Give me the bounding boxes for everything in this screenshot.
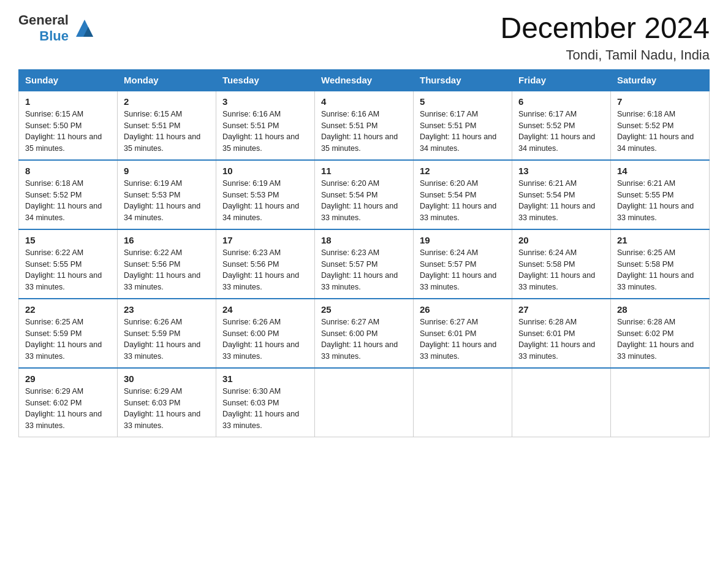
calendar-cell: 7 Sunrise: 6:18 AMSunset: 5:52 PMDayligh…: [611, 91, 710, 160]
calendar-cell: 11 Sunrise: 6:20 AMSunset: 5:54 PMDaylig…: [315, 160, 414, 229]
day-number: 15: [25, 235, 111, 245]
day-number: 27: [518, 304, 604, 315]
header-monday: Monday: [118, 69, 216, 91]
calendar-cell: 19 Sunrise: 6:24 AMSunset: 5:57 PMDaylig…: [414, 229, 512, 299]
calendar-cell: [512, 368, 611, 437]
calendar-cell: 18 Sunrise: 6:23 AMSunset: 5:57 PMDaylig…: [315, 229, 414, 299]
day-info: Sunrise: 6:26 AMSunset: 6:00 PMDaylight:…: [222, 318, 299, 361]
day-info: Sunrise: 6:24 AMSunset: 5:58 PMDaylight:…: [518, 248, 595, 291]
day-info: Sunrise: 6:18 AMSunset: 5:52 PMDaylight:…: [617, 110, 694, 153]
calendar-cell: 17 Sunrise: 6:23 AMSunset: 5:56 PMDaylig…: [216, 229, 315, 299]
calendar-cell: 22 Sunrise: 6:25 AMSunset: 5:59 PMDaylig…: [19, 299, 118, 368]
day-number: 23: [124, 304, 210, 315]
day-number: 12: [420, 166, 506, 176]
logo-icon: [74, 17, 96, 39]
day-info: Sunrise: 6:15 AMSunset: 5:51 PMDaylight:…: [124, 110, 200, 153]
logo: General Blue: [18, 12, 96, 44]
calendar-body: 1 Sunrise: 6:15 AMSunset: 5:50 PMDayligh…: [19, 91, 710, 437]
day-info: Sunrise: 6:16 AMSunset: 5:51 PMDaylight:…: [321, 110, 398, 153]
day-info: Sunrise: 6:23 AMSunset: 5:56 PMDaylight:…: [222, 248, 299, 291]
day-info: Sunrise: 6:29 AMSunset: 6:03 PMDaylight:…: [124, 387, 200, 430]
day-number: 3: [222, 96, 308, 107]
calendar-cell: 4 Sunrise: 6:16 AMSunset: 5:51 PMDayligh…: [315, 91, 414, 160]
page-header: General Blue December 2024 Tondi, Tamil …: [18, 12, 710, 63]
day-number: 28: [617, 304, 703, 315]
header-row: Sunday Monday Tuesday Wednesday Thursday…: [19, 69, 710, 91]
day-number: 2: [124, 96, 210, 107]
calendar-cell: [315, 368, 414, 437]
calendar-cell: 10 Sunrise: 6:19 AMSunset: 5:53 PMDaylig…: [216, 160, 315, 229]
calendar-cell: 26 Sunrise: 6:27 AMSunset: 6:01 PMDaylig…: [414, 299, 512, 368]
day-info: Sunrise: 6:22 AMSunset: 5:55 PMDaylight:…: [25, 248, 102, 291]
day-info: Sunrise: 6:20 AMSunset: 5:54 PMDaylight:…: [420, 179, 496, 222]
day-number: 10: [222, 166, 308, 176]
day-number: 4: [321, 96, 407, 107]
header-thursday: Thursday: [414, 69, 512, 91]
day-number: 30: [124, 373, 210, 384]
day-info: Sunrise: 6:29 AMSunset: 6:02 PMDaylight:…: [25, 387, 102, 430]
day-info: Sunrise: 6:17 AMSunset: 5:51 PMDaylight:…: [420, 110, 496, 153]
calendar-cell: 27 Sunrise: 6:28 AMSunset: 6:01 PMDaylig…: [512, 299, 611, 368]
day-info: Sunrise: 6:21 AMSunset: 5:55 PMDaylight:…: [617, 179, 694, 222]
day-info: Sunrise: 6:28 AMSunset: 6:02 PMDaylight:…: [617, 318, 694, 361]
calendar-cell: 5 Sunrise: 6:17 AMSunset: 5:51 PMDayligh…: [414, 91, 512, 160]
header-friday: Friday: [512, 69, 611, 91]
calendar-cell: 6 Sunrise: 6:17 AMSunset: 5:52 PMDayligh…: [512, 91, 611, 160]
calendar-cell: 13 Sunrise: 6:21 AMSunset: 5:54 PMDaylig…: [512, 160, 611, 229]
day-number: 9: [124, 166, 210, 176]
day-info: Sunrise: 6:27 AMSunset: 6:00 PMDaylight:…: [321, 318, 398, 361]
month-title: December 2024: [500, 12, 710, 45]
calendar-week-row: 29 Sunrise: 6:29 AMSunset: 6:02 PMDaylig…: [19, 368, 710, 437]
calendar-cell: 8 Sunrise: 6:18 AMSunset: 5:52 PMDayligh…: [19, 160, 118, 229]
day-info: Sunrise: 6:23 AMSunset: 5:57 PMDaylight:…: [321, 248, 398, 291]
day-number: 24: [222, 304, 308, 315]
day-number: 8: [25, 166, 111, 176]
day-info: Sunrise: 6:16 AMSunset: 5:51 PMDaylight:…: [222, 110, 299, 153]
header-sunday: Sunday: [19, 69, 118, 91]
day-info: Sunrise: 6:27 AMSunset: 6:01 PMDaylight:…: [420, 318, 496, 361]
calendar-cell: 20 Sunrise: 6:24 AMSunset: 5:58 PMDaylig…: [512, 229, 611, 299]
calendar-cell: 28 Sunrise: 6:28 AMSunset: 6:02 PMDaylig…: [611, 299, 710, 368]
calendar-table: Sunday Monday Tuesday Wednesday Thursday…: [18, 69, 710, 437]
calendar-header: Sunday Monday Tuesday Wednesday Thursday…: [19, 69, 710, 91]
day-info: Sunrise: 6:21 AMSunset: 5:54 PMDaylight:…: [518, 179, 595, 222]
calendar-cell: 25 Sunrise: 6:27 AMSunset: 6:00 PMDaylig…: [315, 299, 414, 368]
calendar-week-row: 1 Sunrise: 6:15 AMSunset: 5:50 PMDayligh…: [19, 91, 710, 160]
day-number: 19: [420, 235, 506, 245]
calendar-cell: 24 Sunrise: 6:26 AMSunset: 6:00 PMDaylig…: [216, 299, 315, 368]
calendar-cell: 23 Sunrise: 6:26 AMSunset: 5:59 PMDaylig…: [118, 299, 216, 368]
day-number: 26: [420, 304, 506, 315]
day-info: Sunrise: 6:28 AMSunset: 6:01 PMDaylight:…: [518, 318, 595, 361]
day-number: 18: [321, 235, 407, 245]
calendar-cell: 16 Sunrise: 6:22 AMSunset: 5:56 PMDaylig…: [118, 229, 216, 299]
day-info: Sunrise: 6:25 AMSunset: 5:59 PMDaylight:…: [25, 318, 102, 361]
calendar-cell: [611, 368, 710, 437]
day-info: Sunrise: 6:26 AMSunset: 5:59 PMDaylight:…: [124, 318, 200, 361]
day-number: 21: [617, 235, 703, 245]
calendar-cell: 3 Sunrise: 6:16 AMSunset: 5:51 PMDayligh…: [216, 91, 315, 160]
calendar-cell: 12 Sunrise: 6:20 AMSunset: 5:54 PMDaylig…: [414, 160, 512, 229]
day-number: 1: [25, 96, 111, 107]
day-info: Sunrise: 6:25 AMSunset: 5:58 PMDaylight:…: [617, 248, 694, 291]
calendar-week-row: 22 Sunrise: 6:25 AMSunset: 5:59 PMDaylig…: [19, 299, 710, 368]
calendar-cell: 9 Sunrise: 6:19 AMSunset: 5:53 PMDayligh…: [118, 160, 216, 229]
header-wednesday: Wednesday: [315, 69, 414, 91]
header-tuesday: Tuesday: [216, 69, 315, 91]
logo-general-text: General: [18, 12, 69, 28]
day-number: 31: [222, 373, 308, 384]
day-info: Sunrise: 6:15 AMSunset: 5:50 PMDaylight:…: [25, 110, 102, 153]
calendar-cell: 14 Sunrise: 6:21 AMSunset: 5:55 PMDaylig…: [611, 160, 710, 229]
day-info: Sunrise: 6:20 AMSunset: 5:54 PMDaylight:…: [321, 179, 398, 222]
day-number: 29: [25, 373, 111, 384]
day-number: 6: [518, 96, 604, 107]
day-info: Sunrise: 6:18 AMSunset: 5:52 PMDaylight:…: [25, 179, 102, 222]
day-number: 14: [617, 166, 703, 176]
day-number: 20: [518, 235, 604, 245]
location-subtitle: Tondi, Tamil Nadu, India: [500, 47, 710, 63]
day-number: 16: [124, 235, 210, 245]
header-saturday: Saturday: [611, 69, 710, 91]
day-number: 5: [420, 96, 506, 107]
calendar-cell: [414, 368, 512, 437]
calendar-week-row: 15 Sunrise: 6:22 AMSunset: 5:55 PMDaylig…: [19, 229, 710, 299]
day-number: 25: [321, 304, 407, 315]
